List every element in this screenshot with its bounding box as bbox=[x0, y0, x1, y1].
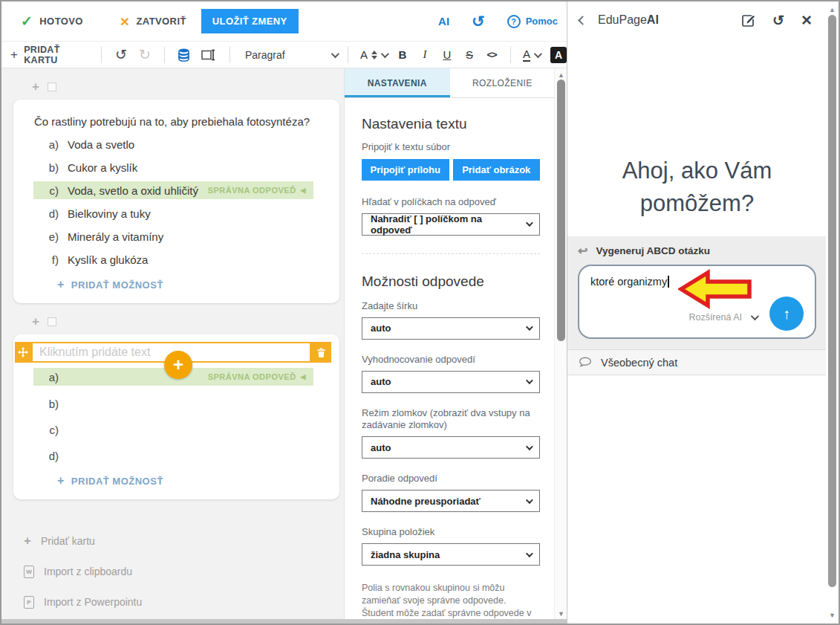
attach-file-label: Pripojiť k textu súbor bbox=[362, 141, 540, 154]
scrollbar-thumb[interactable] bbox=[828, 15, 836, 587]
tab-nastavenia[interactable]: NASTAVENIA bbox=[345, 68, 450, 97]
title-bold: AI bbox=[647, 13, 659, 26]
top-toolbar: ✓ HOTOVO × ZATVORIŤ ULOŽIŤ ZMENY AI ↺ ? … bbox=[1, 1, 567, 41]
ai-model-dropdown[interactable]: Rozšírená AI bbox=[688, 312, 757, 323]
card-select-checkbox[interactable] bbox=[48, 82, 56, 91]
correct-answer-badge[interactable]: SPRÁVNA ODPOVEĎ ◀ bbox=[208, 372, 306, 381]
highlight-color-button[interactable]: A bbox=[550, 47, 567, 63]
correct-answer-badge[interactable]: SPRÁVNA ODPOVEĎ ◀ bbox=[208, 186, 306, 195]
answer-field-replace-select[interactable]: Nahradiť [ ] políčkom na odpoveď bbox=[362, 213, 540, 236]
prompt-section-header[interactable]: ↩ Vygeneruj ABCD otázku bbox=[578, 244, 816, 258]
item-group-select[interactable]: žiadna skupina bbox=[362, 543, 540, 566]
paragraph-style-dropdown[interactable]: Paragraf bbox=[245, 49, 337, 61]
insert-card-plus-icon[interactable]: + bbox=[32, 80, 39, 94]
card-select-checkbox[interactable] bbox=[48, 317, 56, 326]
answer-option-b[interactable]: b) bbox=[33, 395, 313, 412]
insert-card-plus-icon[interactable]: + bbox=[32, 314, 39, 329]
import-clipboard-button[interactable]: W Import z clipboardu bbox=[24, 564, 344, 579]
send-up-arrow-icon: ↑ bbox=[783, 305, 790, 323]
history-icon[interactable]: ↺ bbox=[772, 12, 784, 29]
attach-file-button[interactable]: Pripojiť prílohu bbox=[362, 159, 449, 181]
italic-button[interactable]: I bbox=[414, 48, 436, 61]
divider bbox=[348, 47, 348, 63]
cards-footer: + Pridať kartu W Import z clipboardu P I… bbox=[24, 534, 344, 609]
save-changes-button[interactable]: ULOŽIŤ ZMENY bbox=[201, 9, 299, 33]
settings-panel: NASTAVENIA ROZLOŽENIE Nastavenia textu P… bbox=[344, 68, 567, 621]
answer-option-c[interactable]: c) bbox=[33, 421, 313, 438]
scrollbar-thumb[interactable] bbox=[557, 80, 565, 341]
tab-rozlozenie[interactable]: ROZLOŽENIE bbox=[450, 68, 556, 97]
general-chat-button[interactable]: Všeobecný chat bbox=[567, 349, 827, 375]
bottom-border-band bbox=[1, 619, 567, 624]
badge-label: SPRÁVNA ODPOVEĎ bbox=[208, 372, 296, 381]
question-text[interactable]: Čo rastliny potrebujú na to, aby prebieh… bbox=[34, 114, 320, 129]
answer-option-c-correct[interactable]: c) Voda, svetlo a oxid uhličitý SPRÁVNA … bbox=[33, 181, 313, 199]
select-value: Náhodne preusporiadať bbox=[371, 496, 481, 507]
answer-option-d[interactable]: d) bbox=[33, 447, 313, 464]
font-size-dropdown[interactable]: A bbox=[360, 48, 387, 61]
divider bbox=[101, 47, 102, 63]
done-button[interactable]: ✓ HOTOVO bbox=[21, 13, 83, 30]
scroll-up-icon[interactable]: ▲ bbox=[826, 6, 839, 13]
option-letter: a) bbox=[33, 138, 59, 151]
insert-card-controls: + bbox=[32, 314, 344, 329]
option-letter: d) bbox=[33, 207, 59, 220]
updown-arrows-icon bbox=[371, 51, 377, 59]
width-label: Zadajte šírku bbox=[362, 300, 540, 313]
close-icon[interactable]: × bbox=[801, 13, 812, 27]
scroll-down-icon[interactable]: ▼ bbox=[826, 612, 839, 619]
option-letter: c) bbox=[33, 184, 59, 197]
answer-order-select[interactable]: Náhodne preusporiadať bbox=[362, 490, 540, 512]
answer-option-e[interactable]: e) Minerály a vitamíny bbox=[33, 227, 313, 245]
add-card-footer-button[interactable]: + Pridať kartu bbox=[24, 534, 344, 548]
import-powerpoint-button[interactable]: P Import z Powerpointu bbox=[24, 595, 344, 609]
redo-icon[interactable]: ↻ bbox=[139, 46, 151, 63]
option-text: Voda, svetlo a oxid uhličitý bbox=[68, 184, 208, 197]
width-select[interactable]: auto bbox=[362, 317, 540, 340]
chevron-down-icon bbox=[751, 312, 759, 320]
select-value: auto bbox=[371, 442, 391, 453]
add-card-button[interactable]: + PRIDAŤ KARTU bbox=[10, 45, 94, 65]
add-option-label: PRIDAŤ MOŽNOSŤ bbox=[71, 279, 163, 291]
plus-icon: + bbox=[57, 278, 65, 291]
answer-option-b[interactable]: b) Cukor a kyslík bbox=[33, 158, 313, 176]
add-option-button[interactable]: + PRIDAŤ MOŽNOSŤ bbox=[57, 474, 339, 488]
option-letter: d) bbox=[33, 450, 59, 462]
textfield-cursor-icon[interactable] bbox=[201, 49, 216, 61]
move-handle-icon[interactable] bbox=[15, 342, 31, 363]
add-card-label: PRIDAŤ KARTU bbox=[24, 45, 94, 65]
back-chevron-icon[interactable] bbox=[578, 16, 587, 25]
trash-icon[interactable] bbox=[311, 342, 331, 363]
undo-icon[interactable]: ↺ bbox=[115, 46, 127, 63]
badge-label: SPRÁVNA ODPOVEĎ bbox=[208, 186, 296, 195]
compose-icon[interactable] bbox=[741, 13, 755, 27]
bold-button[interactable]: B bbox=[391, 48, 414, 61]
ai-button[interactable]: AI bbox=[438, 15, 449, 27]
item-group-label: Skupina položiek bbox=[362, 526, 540, 539]
add-image-button[interactable]: Pridať obrázok bbox=[453, 159, 541, 181]
fraction-mode-select[interactable]: auto bbox=[362, 436, 540, 459]
answer-option-d[interactable]: d) Bielkoviny a tuky bbox=[33, 204, 313, 222]
option-text: Voda a svetlo bbox=[68, 138, 313, 151]
code-button[interactable]: <> bbox=[481, 49, 503, 60]
text-caret bbox=[668, 276, 669, 288]
evaluation-select[interactable]: auto bbox=[362, 371, 540, 393]
history-icon[interactable]: ↺ bbox=[472, 13, 485, 30]
add-element-plus-button[interactable]: + bbox=[164, 351, 192, 379]
option-text: Bielkoviny a tuky bbox=[68, 207, 313, 220]
ai-prompt-input[interactable]: ktoré organizmy Rozšírená AI ↑ bbox=[578, 265, 816, 339]
answer-option-f[interactable]: f) Kyslík a glukóza bbox=[33, 250, 313, 268]
scroll-down-icon[interactable]: ▼ bbox=[555, 610, 567, 618]
close-button[interactable]: × ZATVORIŤ bbox=[120, 16, 186, 27]
font-color-dropdown[interactable]: A bbox=[523, 48, 540, 62]
database-icon[interactable] bbox=[178, 48, 189, 62]
option-letter: f) bbox=[33, 253, 59, 266]
add-option-button[interactable]: + PRIDAŤ MOŽNOSŤ bbox=[57, 278, 339, 291]
underline-button[interactable]: U bbox=[436, 48, 458, 61]
send-button[interactable]: ↑ bbox=[769, 297, 804, 331]
help-button[interactable]: ? Pomoc bbox=[507, 15, 558, 28]
powerpoint-doc-icon: P bbox=[24, 596, 34, 609]
strikethrough-button[interactable]: S bbox=[458, 48, 481, 61]
scroll-up-icon[interactable]: ▲ bbox=[555, 71, 567, 79]
answer-option-a[interactable]: a) Voda a svetlo bbox=[33, 135, 313, 153]
